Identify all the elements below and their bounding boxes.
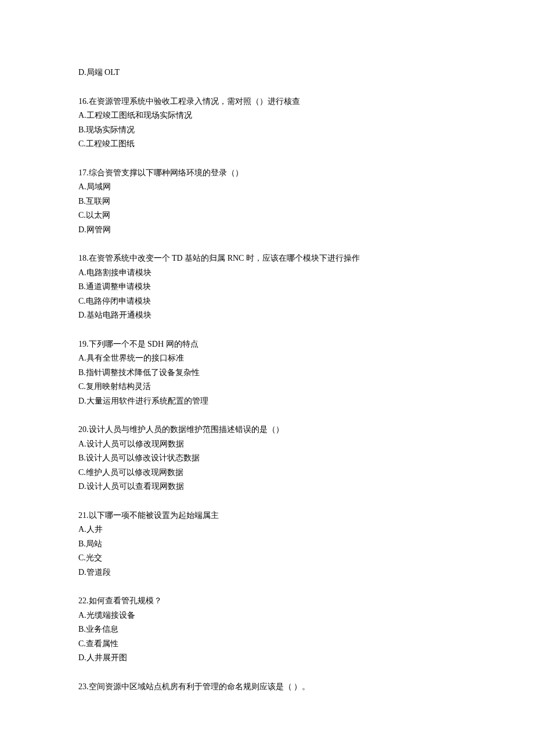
option-b: B.通道调整申请模块 xyxy=(78,280,456,294)
option-b: B.业务信息 xyxy=(78,622,456,637)
option-b: B.设计人员可以修改设计状态数据 xyxy=(78,451,456,466)
question-stem: 20.设计人员与维护人员的数据维护范围描述错误的是（） xyxy=(78,423,456,437)
option-a: A.具有全世界统一的接口标准 xyxy=(78,351,456,366)
option-text: D.局端 OLT xyxy=(78,66,456,80)
option-d: D.设计人员可以查看现网数据 xyxy=(78,480,456,494)
option-a: A.人井 xyxy=(78,523,456,537)
orphan-option-block: D.局端 OLT xyxy=(78,66,456,80)
option-d: D.人井展开图 xyxy=(78,651,456,665)
question-stem: 16.在资源管理系统中验收工程录入情况，需对照（）进行核查 xyxy=(78,95,456,109)
option-c: C.查看属性 xyxy=(78,637,456,651)
option-b: B.互联网 xyxy=(78,195,456,209)
question-stem: 19.下列哪一个不是 SDH 网的特点 xyxy=(78,337,456,352)
question-18: 18.在资管系统中改变一个 TD 基站的归属 RNC 时，应该在哪个模块下进行操… xyxy=(78,251,456,323)
question-21: 21.以下哪一项不能被设置为起始端属主 A.人井 B.局站 C.光交 D.管道段 xyxy=(78,509,456,580)
question-19: 19.下列哪一个不是 SDH 网的特点 A.具有全世界统一的接口标准 B.指针调… xyxy=(78,337,456,409)
question-stem: 17.综合资管支撑以下哪种网络环境的登录（） xyxy=(78,166,456,181)
option-a: A.设计人员可以修改现网数据 xyxy=(78,437,456,452)
option-a: A.工程竣工图纸和现场实际情况 xyxy=(78,109,456,123)
option-c: C.工程竣工图纸 xyxy=(78,137,456,152)
question-17: 17.综合资管支撑以下哪种网络环境的登录（） A.局域网 B.互联网 C.以太网… xyxy=(78,166,456,237)
question-20: 20.设计人员与维护人员的数据维护范围描述错误的是（） A.设计人员可以修改现网… xyxy=(78,423,456,494)
option-c: C.以太网 xyxy=(78,208,456,223)
option-b: B.现场实际情况 xyxy=(78,123,456,138)
option-d: D.管道段 xyxy=(78,566,456,580)
question-16: 16.在资源管理系统中验收工程录入情况，需对照（）进行核查 A.工程竣工图纸和现… xyxy=(78,95,456,152)
question-stem: 22.如何查看管孔规模？ xyxy=(78,594,456,609)
question-22: 22.如何查看管孔规模？ A.光缆端接设备 B.业务信息 C.查看属性 D.人井… xyxy=(78,594,456,665)
question-stem: 23.空间资源中区域站点机房有利于管理的命名规则应该是（ ）。 xyxy=(78,680,456,694)
question-stem: 21.以下哪一项不能被设置为起始端属主 xyxy=(78,509,456,523)
option-c: C.电路停闭申请模块 xyxy=(78,294,456,309)
question-23: 23.空间资源中区域站点机房有利于管理的命名规则应该是（ ）。 xyxy=(78,680,456,694)
option-c: C.维护人员可以修改现网数据 xyxy=(78,466,456,480)
option-d: D.基站电路开通模块 xyxy=(78,308,456,323)
option-b: B.指针调整技术降低了设备复杂性 xyxy=(78,366,456,380)
question-stem: 18.在资管系统中改变一个 TD 基站的归属 RNC 时，应该在哪个模块下进行操… xyxy=(78,251,456,266)
option-a: A.局域网 xyxy=(78,180,456,195)
option-a: A.电路割接申请模块 xyxy=(78,266,456,280)
option-c: C.光交 xyxy=(78,551,456,566)
option-d: D.网管网 xyxy=(78,223,456,237)
option-a: A.光缆端接设备 xyxy=(78,609,456,623)
option-b: B.局站 xyxy=(78,537,456,552)
option-c: C.复用映射结构灵活 xyxy=(78,380,456,394)
option-d: D.大量运用软件进行系统配置的管理 xyxy=(78,394,456,409)
